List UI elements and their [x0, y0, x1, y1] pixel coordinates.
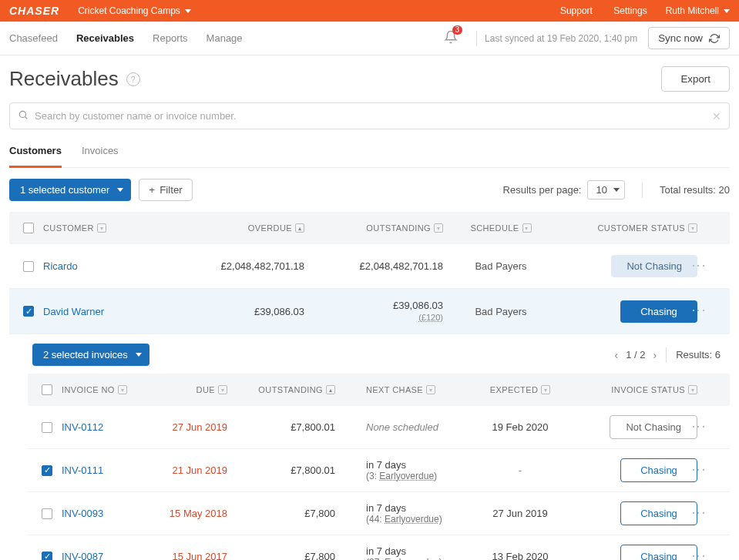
row-checkbox[interactable]	[42, 422, 52, 433]
customer-status-chip[interactable]: Not Chasing	[611, 255, 697, 277]
invoices-table-body: INV-0112 27 Jun 2019 £7,800.01 None sche…	[28, 406, 730, 560]
cell-due: 15 May 2018	[135, 508, 227, 519]
page-title: Receivables	[9, 67, 119, 91]
sort-inv-out[interactable]	[326, 385, 335, 394]
row-more-icon[interactable]	[697, 506, 700, 519]
invoice-status-chip[interactable]: Chasing	[620, 545, 697, 560]
rpp-value: 10	[596, 184, 606, 196]
selected-invoices-button[interactable]: 2 selected invoices	[32, 344, 149, 366]
row-more-icon[interactable]	[697, 420, 700, 433]
customer-name-link[interactable]: Ricardo	[43, 260, 78, 272]
row-more-icon[interactable]	[697, 463, 700, 476]
ith-out: OUTSTANDING	[258, 385, 323, 394]
customer-status-chip[interactable]: Chasing	[620, 300, 697, 323]
row-checkbox[interactable]	[23, 261, 34, 272]
th-schedule: SCHEDULE	[470, 223, 519, 233]
chevron-down-icon	[136, 353, 142, 357]
customer-row: Ricardo £2,048,482,701.18 £2,048,482,701…	[9, 244, 730, 289]
tab-chasefeed[interactable]: Chasefeed	[9, 32, 58, 44]
invoice-status-chip[interactable]: Chasing	[620, 458, 697, 482]
expected: 13 Feb 2020	[492, 551, 548, 560]
pager-page: 1 / 2	[626, 349, 645, 360]
user-menu[interactable]: Ruth Mitchell	[666, 5, 730, 16]
next-chase: in 7 days	[366, 545, 406, 557]
invoice-link[interactable]: INV-0111	[62, 464, 103, 476]
next-chase: in 7 days	[366, 502, 406, 514]
pager: ‹ 1 / 2 ›	[615, 349, 657, 361]
row-more-icon[interactable]	[697, 259, 700, 272]
sort-inv-due[interactable]	[218, 385, 227, 394]
settings-link[interactable]: Settings	[613, 5, 647, 16]
invoice-status-chip[interactable]: Chasing	[620, 501, 697, 525]
sort-customer[interactable]	[97, 223, 106, 233]
invoice-status-chip[interactable]: Not Chasing	[610, 415, 697, 439]
row-checkbox[interactable]	[42, 508, 52, 519]
customers-table-header: CUSTOMER OVERDUE OUTSTANDING SCHEDULE CU…	[9, 212, 730, 244]
row-more-icon[interactable]	[697, 303, 700, 317]
invoices-panel: 2 selected invoices ‹ 1 / 2 › Results: 6…	[9, 334, 730, 560]
sort-status[interactable]	[688, 223, 697, 233]
search-box[interactable]: ✕	[9, 102, 730, 129]
cell-overdue: £2,048,482,701.18	[181, 260, 304, 272]
notifications-button[interactable]: 3	[444, 30, 458, 46]
cell-schedule: Bad Payers	[443, 260, 559, 272]
sort-inv-no[interactable]	[118, 385, 127, 394]
tab-manage[interactable]: Manage	[207, 32, 243, 44]
org-switcher[interactable]: Cricket Coaching Camps	[78, 5, 191, 16]
pager-prev[interactable]: ‹	[615, 349, 619, 361]
invoice-link[interactable]: INV-0112	[62, 421, 103, 433]
row-checkbox[interactable]	[42, 465, 52, 476]
divider	[642, 183, 643, 198]
invoice-link[interactable]: INV-0087	[62, 551, 103, 560]
invoice-link[interactable]: INV-0093	[62, 508, 103, 519]
cell-outstanding: £7,800.01	[227, 421, 335, 433]
support-link[interactable]: Support	[560, 5, 593, 16]
subtab-customers[interactable]: Customers	[9, 137, 62, 168]
subtab-invoices[interactable]: Invoices	[82, 137, 119, 167]
sort-inv-status[interactable]	[688, 385, 697, 394]
customer-row: David Warner £39,086.03 £39,086.03(£120)…	[9, 289, 730, 334]
pager-next[interactable]: ›	[653, 349, 657, 361]
select-all-invoices-checkbox[interactable]	[42, 384, 52, 395]
cell-due: 27 Jun 2019	[135, 421, 227, 433]
search-input[interactable]	[35, 110, 712, 122]
invoice-results: Results: 6	[676, 349, 721, 360]
sync-now-button[interactable]: Sync now	[648, 27, 730, 49]
rpp-select[interactable]: 10	[587, 180, 624, 200]
export-button[interactable]: Export	[661, 66, 730, 92]
row-checkbox[interactable]	[23, 306, 34, 317]
sort-inv-exp[interactable]	[541, 385, 550, 394]
sort-overdue[interactable]	[295, 223, 304, 233]
help-icon[interactable]: ?	[126, 72, 140, 86]
invoice-row: INV-0087 15 Jun 2017 £7,800 in 7 days(37…	[28, 535, 730, 560]
refresh-icon	[709, 33, 720, 44]
row-more-icon[interactable]	[697, 549, 700, 561]
filter-button[interactable]: + Filter	[139, 179, 192, 201]
ith-next: NEXT CHASE	[366, 385, 423, 394]
sync-now-label: Sync now	[658, 32, 703, 44]
sort-outstanding[interactable]	[434, 223, 443, 233]
invoice-row: INV-0111 21 Jun 2019 £7,800.01 in 7 days…	[28, 449, 730, 492]
results-per-page: Results per page: 10	[503, 180, 625, 200]
cell-schedule: Bad Payers	[443, 306, 559, 317]
chevron-down-icon	[724, 9, 730, 13]
row-checkbox[interactable]	[42, 552, 52, 561]
org-name: Cricket Coaching Camps	[78, 5, 180, 16]
selected-invoices-label: 2 selected invoices	[43, 349, 128, 360]
customer-name-link[interactable]: David Warner	[43, 306, 104, 317]
selected-customers-button[interactable]: 1 selected customer	[9, 179, 131, 201]
clear-search-icon[interactable]: ✕	[712, 110, 721, 122]
th-overdue: OVERDUE	[248, 223, 292, 233]
expected: -	[519, 464, 522, 476]
cell-overdue: £39,086.03	[181, 306, 304, 317]
next-chase-detail: (37: Earlyoverdue)	[366, 557, 466, 560]
sort-inv-next[interactable]	[426, 385, 435, 394]
chevron-down-icon	[117, 188, 123, 192]
topbar: CHASER Cricket Coaching Camps Support Se…	[0, 0, 739, 22]
tab-reports[interactable]: Reports	[153, 32, 188, 44]
logo: CHASER	[9, 5, 59, 17]
select-all-checkbox[interactable]	[23, 223, 34, 233]
sort-schedule[interactable]	[522, 223, 532, 233]
tab-receivables[interactable]: Receivables	[76, 32, 134, 44]
credit-amount[interactable]: (£120)	[418, 313, 443, 322]
